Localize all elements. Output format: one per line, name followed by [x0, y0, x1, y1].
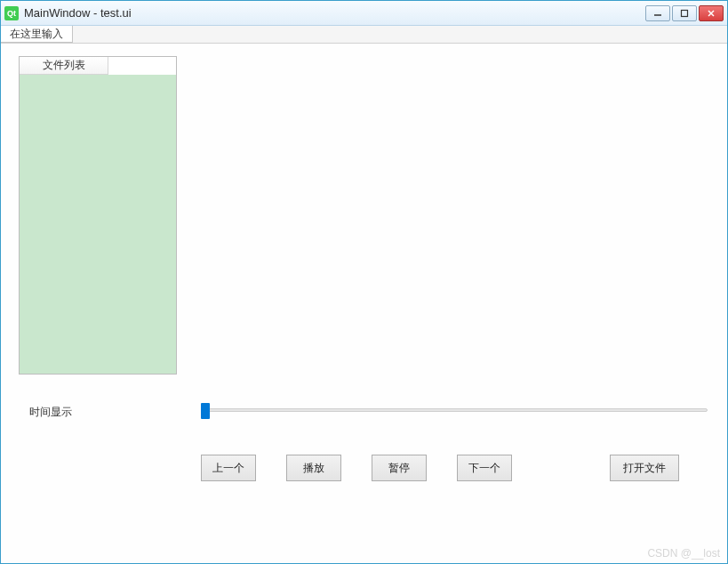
design-canvas[interactable]: 文件列表 时间显示 上一个 播放 暂停 下一个 打开文件 CSDN @__los…	[1, 44, 727, 563]
file-list-widget[interactable]: 文件列表	[19, 56, 177, 375]
time-display-label: 时间显示	[29, 405, 72, 420]
close-button[interactable]	[699, 5, 724, 21]
maximize-icon	[680, 9, 689, 18]
slider-track	[201, 408, 708, 412]
open-file-button[interactable]: 打开文件	[610, 455, 679, 481]
prev-button[interactable]: 上一个	[201, 455, 256, 481]
file-list-body[interactable]	[20, 75, 176, 374]
svg-rect-1	[682, 10, 688, 16]
control-buttons-row: 上一个 播放 暂停 下一个 打开文件	[201, 455, 679, 481]
minimize-icon	[653, 9, 662, 18]
watermark-text: CSDN @__lost	[647, 547, 720, 560]
qt-icon: Qt	[4, 6, 19, 20]
play-button[interactable]: 播放	[286, 455, 341, 481]
main-window: Qt MainWindow - test.ui 在这里输入 文件列表 时间显示	[0, 0, 728, 564]
close-icon	[707, 9, 716, 18]
progress-slider[interactable]	[201, 401, 708, 419]
file-list-header[interactable]: 文件列表	[20, 57, 108, 75]
minimize-button[interactable]	[645, 5, 670, 21]
titlebar: Qt MainWindow - test.ui	[1, 1, 727, 26]
window-title: MainWindow - test.ui	[24, 6, 645, 20]
menubar: 在这里输入	[1, 26, 727, 44]
next-button[interactable]: 下一个	[457, 455, 512, 481]
maximize-button[interactable]	[672, 5, 697, 21]
menubar-input-placeholder[interactable]: 在这里输入	[1, 26, 73, 43]
slider-thumb[interactable]	[201, 403, 210, 419]
window-controls	[645, 5, 724, 21]
pause-button[interactable]: 暂停	[372, 455, 427, 481]
